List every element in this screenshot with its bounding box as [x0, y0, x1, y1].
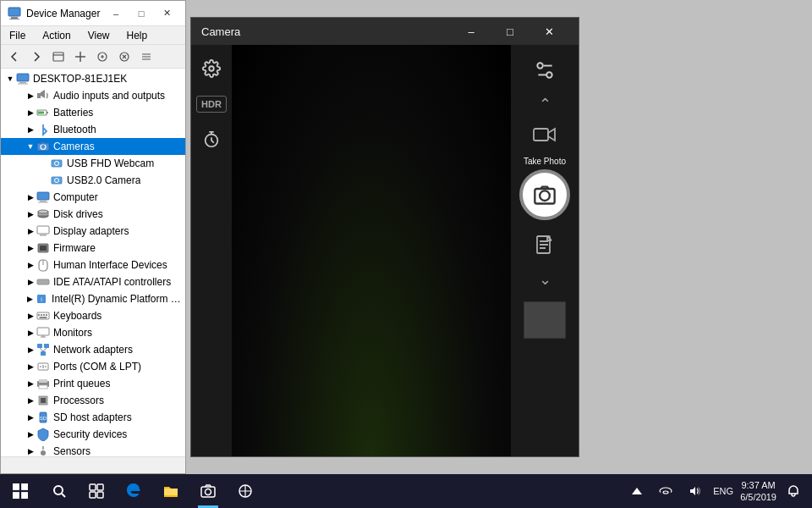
svg-rect-27 — [37, 226, 49, 234]
tree-item-audio[interactable]: ▶ Audio inputs and outputs — [1, 87, 185, 104]
tree-item-monitors[interactable]: ▶ Monitors — [1, 324, 185, 341]
take-photo-label: Take Photo — [524, 157, 566, 166]
svg-rect-38 — [41, 314, 42, 316]
taskbar-search[interactable] — [41, 474, 78, 508]
svg-rect-37 — [38, 314, 40, 316]
menu-bar: File Action View Help — [1, 26, 185, 45]
svg-point-75 — [546, 72, 552, 78]
svg-rect-23 — [38, 202, 48, 203]
device-tree: ▼ DESKTOP-81EJ1EK ▶ Audio inputs and out… — [1, 69, 185, 456]
menu-action[interactable]: Action — [37, 28, 75, 43]
svg-rect-90 — [97, 492, 103, 498]
svg-rect-89 — [90, 492, 96, 498]
svg-rect-12 — [47, 112, 48, 113]
tray-ime-icon[interactable]: ENG — [711, 479, 735, 503]
tree-item-batteries[interactable]: ▶ Batteries — [1, 104, 185, 121]
camera-switch-icon[interactable] — [529, 55, 560, 86]
svg-rect-33 — [37, 279, 49, 284]
system-time[interactable]: 9:37 AM 6/5/2019 — [740, 479, 776, 504]
video-mode-icon[interactable] — [529, 123, 560, 146]
tray-network-icon[interactable] — [654, 479, 678, 503]
taskbar-task-view[interactable] — [78, 474, 115, 508]
back-button[interactable] — [4, 47, 25, 67]
tree-item-network[interactable]: ▶ Network adapters — [1, 341, 185, 358]
camera-preview — [232, 45, 511, 456]
toolbar-btn-6[interactable] — [114, 47, 134, 67]
svg-rect-9 — [18, 84, 28, 85]
tree-item-hid[interactable]: ▶ Human Interface Devices — [1, 257, 185, 273]
taskbar-apps — [115, 474, 264, 508]
maximize-button[interactable]: □ — [129, 4, 153, 23]
camera-thumbnail[interactable] — [524, 301, 566, 339]
tree-item-display[interactable]: ▶ Display adapters — [1, 223, 185, 240]
root-label: DESKTOP-81EJ1EK — [33, 73, 127, 85]
tree-item-firmware[interactable]: ▶ Firmware — [1, 240, 185, 257]
tree-item-cameras[interactable]: ▼ Cameras — [1, 138, 185, 155]
toolbar-btn-7[interactable] — [136, 47, 156, 67]
take-photo-button[interactable] — [519, 169, 570, 220]
camera-settings-icon[interactable] — [198, 55, 225, 82]
taskbar-tray: ENG 9:37 AM 6/5/2019 — [625, 479, 812, 504]
hdr-icon[interactable]: HDR — [196, 96, 227, 113]
camera-maximize-button[interactable]: □ — [491, 18, 529, 45]
svg-rect-45 — [37, 344, 42, 348]
take-photo-group: Take Photo — [519, 157, 570, 220]
tree-item-bluetooth[interactable]: ▶ Bluetooth — [1, 121, 185, 138]
taskbar-other[interactable] — [227, 474, 264, 508]
tree-item-computer[interactable]: ▶ Computer — [1, 189, 185, 206]
svg-point-73 — [209, 66, 214, 71]
menu-help[interactable]: Help — [122, 28, 153, 43]
svg-rect-30 — [40, 246, 47, 251]
camera-viewport — [232, 45, 511, 456]
device-manager-titlebar: Device Manager – □ ✕ — [1, 1, 185, 26]
notifications-icon[interactable] — [782, 479, 805, 503]
tree-item-intel[interactable]: ▶ i Intel(R) Dynamic Platform and Th — [1, 290, 185, 307]
minimize-button[interactable]: – — [104, 4, 128, 23]
close-button[interactable]: ✕ — [155, 4, 178, 23]
svg-rect-81 — [13, 483, 19, 490]
taskbar-camera[interactable] — [189, 474, 227, 508]
svg-rect-41 — [40, 317, 47, 318]
tree-item-security[interactable]: ▶ Security devices — [1, 426, 185, 443]
camera-left-sidebar: HDR — [191, 45, 232, 456]
toolbar-btn-5[interactable] — [92, 47, 112, 67]
tray-arrow-icon[interactable] — [625, 479, 649, 503]
forward-button[interactable] — [26, 47, 47, 67]
svg-rect-83 — [13, 492, 19, 499]
svg-rect-87 — [90, 484, 96, 490]
start-button[interactable] — [0, 474, 41, 508]
tree-item-root[interactable]: ▼ DESKTOP-81EJ1EK — [1, 70, 185, 87]
svg-rect-22 — [40, 201, 47, 202]
svg-rect-1 — [11, 17, 18, 19]
tree-item-usb2[interactable]: USB2.0 Camera — [1, 172, 185, 189]
svg-rect-3 — [53, 52, 63, 61]
taskbar-edge[interactable] — [115, 474, 152, 508]
menu-view[interactable]: View — [83, 28, 115, 43]
camera-titlebar: Camera – □ ✕ — [191, 18, 579, 45]
tray-sound-icon[interactable] — [683, 479, 706, 503]
camera-close-button[interactable]: ✕ — [529, 18, 568, 45]
tree-item-usb-fhd[interactable]: USB FHD Webcam — [1, 155, 185, 172]
tree-item-print[interactable]: ▶ Print queues — [1, 375, 185, 392]
toolbar-btn-4[interactable] — [70, 47, 91, 67]
timer-icon[interactable] — [198, 126, 225, 153]
svg-line-48 — [40, 348, 43, 351]
tree-item-ide[interactable]: ▶ IDE ATA/ATAPI controllers — [1, 273, 185, 290]
svg-line-86 — [62, 494, 65, 497]
document-icon[interactable] — [529, 230, 560, 261]
tree-item-keyboards[interactable]: ▶ Keyboards — [1, 307, 185, 324]
device-manager-icon — [8, 7, 21, 20]
svg-rect-40 — [46, 314, 47, 316]
chevron-down-button[interactable]: ⌄ — [529, 268, 560, 291]
chevron-up-button[interactable]: ⌃ — [529, 92, 560, 116]
toolbar-btn-3[interactable] — [48, 47, 69, 67]
tree-item-disk[interactable]: ▶ Disk drives — [1, 206, 185, 223]
tree-item-sensors[interactable]: ▶ Sensors — [1, 443, 185, 456]
tree-item-ports[interactable]: ▶ Ports (COM & LPT) — [1, 358, 185, 375]
tree-item-processors[interactable]: ▶ Processors — [1, 392, 185, 409]
menu-file[interactable]: File — [4, 28, 30, 43]
taskbar-file-explorer[interactable] — [152, 474, 189, 508]
svg-rect-58 — [41, 398, 46, 403]
camera-minimize-button[interactable]: – — [452, 18, 491, 45]
tree-item-sd[interactable]: ▶ SD SD host adapters — [1, 409, 185, 426]
